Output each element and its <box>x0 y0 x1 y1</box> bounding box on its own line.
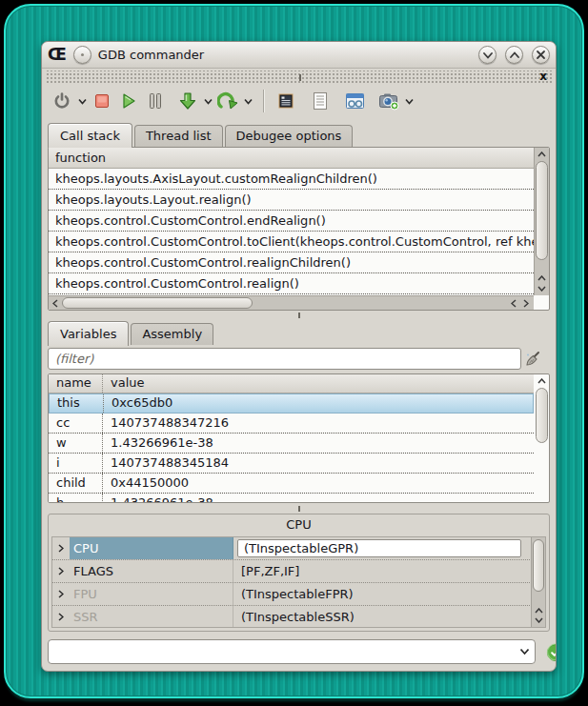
variable-row[interactable]: this 0xc65db0 <box>49 393 534 414</box>
stack-frame-row[interactable]: kheops.layouts.Layout.realign() <box>49 190 534 211</box>
scroll-up-icon[interactable] <box>532 606 545 615</box>
watch-window-button[interactable] <box>342 88 367 114</box>
variable-row[interactable]: w 1.43266961e-38 <box>49 434 534 454</box>
scroll-right-icon[interactable] <box>521 296 531 310</box>
tab-debugee-options[interactable]: Debugee options <box>225 125 354 147</box>
snapshot-add-button[interactable] <box>376 88 401 114</box>
maximize-button[interactable] <box>505 46 523 64</box>
variable-row[interactable]: i 140737488345184 <box>49 454 534 474</box>
scroll-down-icon[interactable] <box>535 284 549 293</box>
register-value-field[interactable]: (TInspectableGPR) <box>237 539 521 557</box>
expand-chevron-icon[interactable] <box>52 613 70 621</box>
cpu-register-row[interactable]: FPU (TInspectableFPR) <box>52 583 545 606</box>
variable-value: 1.43266961e-38 <box>103 434 534 453</box>
document-view-button[interactable] <box>308 88 333 114</box>
step-into-button[interactable] <box>175 88 200 114</box>
chevron-down-icon <box>519 648 530 656</box>
stack-frame-row[interactable]: kheops.control.CustomControl.toClient(kh… <box>49 232 534 252</box>
power-icon <box>52 91 71 111</box>
chevron-down-icon <box>482 50 494 60</box>
play-icon <box>120 92 137 110</box>
camera-add-icon <box>378 91 399 111</box>
scroll-up-icon[interactable] <box>535 273 549 283</box>
cpu-register-row[interactable]: CPU (TInspectableGPR) <box>52 537 545 560</box>
expand-chevron-icon[interactable] <box>52 567 70 575</box>
cpu-chip-icon <box>276 91 295 111</box>
window-title: GDB commander <box>98 48 204 62</box>
tab-call-stack[interactable]: Call stack <box>48 123 132 148</box>
snapshot-dropdown[interactable] <box>403 88 415 114</box>
scroll-down-icon[interactable] <box>532 615 545 625</box>
chevron-down-icon <box>405 98 414 105</box>
gdb-commander-window: Œ GDB commander x <box>41 41 557 672</box>
variable-name: w <box>49 434 103 453</box>
splitter-handle[interactable] <box>42 505 556 513</box>
variable-value: 0x44150000 <box>103 474 534 493</box>
stack-frame-row[interactable]: kheops.control.CustomControl.endRealign(… <box>49 211 534 232</box>
command-row <box>48 639 550 666</box>
call-stack-header[interactable]: function <box>49 148 534 169</box>
scroll-left-icon[interactable] <box>51 296 60 310</box>
column-value[interactable]: value <box>103 374 145 393</box>
ok-check-icon <box>546 643 557 662</box>
run-button[interactable] <box>116 88 141 114</box>
variable-row[interactable]: child 0x44150000 <box>49 474 534 494</box>
cpu-register-row[interactable]: SSR (TInspectableSSR) <box>52 606 545 628</box>
power-dropdown[interactable] <box>76 88 88 114</box>
scroll-left-icon[interactable] <box>509 296 518 310</box>
vscroll-thumb[interactable] <box>536 388 548 443</box>
dock-handle[interactable]: x <box>45 71 553 83</box>
gdb-command-combo[interactable] <box>48 639 536 664</box>
variable-name: h <box>49 494 103 502</box>
dock-close-button[interactable]: x <box>539 71 547 83</box>
stack-frame-row[interactable]: kheops.layouts.AxisLayout.customRealignC… <box>49 169 534 190</box>
shade-button[interactable] <box>478 46 497 64</box>
scroll-up-icon[interactable] <box>535 149 549 160</box>
window-menu-button[interactable] <box>73 46 91 64</box>
register-group-name[interactable]: CPU <box>70 537 233 559</box>
cpu-view-button[interactable] <box>274 88 298 114</box>
cpu-vscrollbar[interactable] <box>531 537 545 627</box>
tab-assembly[interactable]: Assembly <box>131 323 213 345</box>
pause-button[interactable] <box>143 88 168 114</box>
vscroll-thumb[interactable] <box>536 161 548 260</box>
call-stack-hscrollbar[interactable] <box>49 295 534 310</box>
register-group-name[interactable]: FLAGS <box>70 560 233 582</box>
filter-input[interactable] <box>48 348 521 370</box>
step-over-button[interactable] <box>215 88 240 114</box>
stack-frame-row[interactable]: kheops.control.CustomControl.realignChil… <box>49 252 534 273</box>
titlebar[interactable]: Œ GDB commander <box>42 42 556 69</box>
register-group-name[interactable]: FPU <box>70 583 233 605</box>
expand-chevron-icon[interactable] <box>52 590 70 598</box>
close-icon <box>536 50 546 60</box>
cpu-register-list: CPU (TInspectableGPR) FLAGS [PF,ZF,IF] F… <box>51 536 546 628</box>
tab-thread-list[interactable]: Thread list <box>134 125 223 147</box>
register-group-name[interactable]: SSR <box>70 606 233 628</box>
step-into-dropdown[interactable] <box>202 88 213 114</box>
hscroll-thumb[interactable] <box>62 297 253 309</box>
variables-list: this 0xc65db0 cc 140737488347216 w 1.432… <box>49 393 534 502</box>
variable-row[interactable]: h 1.43266961e-38 <box>49 494 534 502</box>
cpu-register-row[interactable]: FLAGS [PF,ZF,IF] <box>52 560 545 583</box>
tab-variables[interactable]: Variables <box>48 321 129 346</box>
clear-filter-button[interactable] <box>521 349 544 370</box>
variable-name: i <box>49 454 103 473</box>
splitter-handle[interactable] <box>42 312 556 319</box>
expand-chevron-icon[interactable] <box>52 544 70 553</box>
register-value: (TInspectableSSR) <box>233 610 545 624</box>
send-command-button[interactable] <box>545 642 557 663</box>
power-button[interactable] <box>50 88 74 114</box>
combo-dropdown-button[interactable] <box>514 640 535 663</box>
vscroll-thumb[interactable] <box>533 539 544 592</box>
stop-button[interactable] <box>90 88 114 114</box>
desktop-frame: Œ GDB commander x <box>4 4 584 698</box>
column-name[interactable]: name <box>49 374 103 393</box>
stack-frame-row[interactable]: kheops.control.CustomControl.realign() <box>49 273 534 294</box>
variable-row[interactable]: cc 140737488347216 <box>49 414 534 434</box>
call-stack-vscrollbar[interactable] <box>534 148 549 295</box>
scroll-up-icon[interactable] <box>535 375 549 387</box>
step-over-dropdown[interactable] <box>242 88 253 114</box>
variables-panel: name value this 0xc65db0 cc 140737488347… <box>48 373 550 503</box>
gdb-command-input[interactable] <box>49 645 514 659</box>
close-button[interactable] <box>532 46 550 64</box>
